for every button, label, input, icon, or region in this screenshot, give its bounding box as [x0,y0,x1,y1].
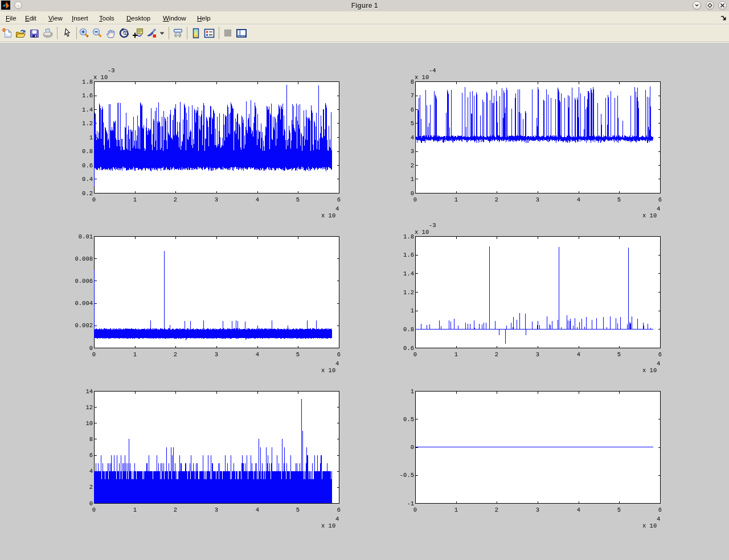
svg-text:1: 1 [411,307,414,314]
svg-text:1: 1 [133,507,137,513]
svg-text:3: 3 [215,507,218,513]
svg-text:5: 5 [296,507,300,513]
svg-text:0: 0 [411,444,414,451]
svg-text:4: 4 [411,134,414,141]
svg-text:0.01: 0.01 [79,233,93,240]
svg-text:8: 8 [411,79,414,85]
svg-text:2: 2 [411,162,414,169]
svg-text:6: 6 [658,351,662,358]
svg-text:4: 4 [256,196,259,203]
svg-text:3: 3 [215,351,218,358]
svg-text:1.6: 1.6 [82,92,93,99]
svg-text:0.4: 0.4 [82,176,93,183]
svg-text:4: 4 [335,360,339,367]
svg-text:6: 6 [658,196,662,203]
svg-text:2: 2 [495,507,498,513]
svg-text:2: 2 [174,196,177,203]
svg-text:0.8: 0.8 [403,326,414,333]
svg-text:1.4: 1.4 [403,270,414,277]
svg-text:6: 6 [658,507,662,513]
svg-text:4: 4 [335,516,339,522]
svg-text:14: 14 [85,388,93,395]
svg-text:0: 0 [89,500,93,507]
svg-text:x 10: x 10 [642,367,657,374]
svg-text:x 10: x 10 [642,522,657,529]
svg-text:0.8: 0.8 [82,148,93,155]
svg-text:6: 6 [337,507,341,513]
svg-text:x 10: x 10 [642,212,657,219]
svg-text:0: 0 [92,507,96,513]
svg-text:5: 5 [296,351,300,358]
svg-text:4: 4 [577,507,580,513]
svg-text:0: 0 [413,351,417,358]
svg-text:2: 2 [174,351,177,358]
svg-text:1.8: 1.8 [403,233,414,240]
svg-text:-3: -3 [429,222,436,229]
svg-text:0: 0 [89,345,93,352]
svg-text:3: 3 [536,507,539,513]
svg-text:1: 1 [133,196,137,203]
svg-text:4: 4 [335,205,339,212]
svg-text:4: 4 [657,516,660,522]
svg-text:2: 2 [495,351,498,358]
svg-text:-3: -3 [108,67,115,74]
svg-text:x 10: x 10 [321,367,335,374]
svg-text:0: 0 [92,351,96,358]
svg-text:-0.5: -0.5 [400,472,414,479]
svg-text:0: 0 [92,196,96,203]
svg-text:-4: -4 [429,67,436,74]
svg-text:0.004: 0.004 [75,300,93,307]
svg-text:3: 3 [411,148,414,155]
svg-text:-1: -1 [407,500,414,507]
svg-text:1: 1 [133,351,137,358]
svg-text:6: 6 [89,452,93,459]
svg-text:1: 1 [454,507,458,513]
svg-text:0.5: 0.5 [403,416,414,423]
svg-text:x 10: x 10 [321,212,335,219]
svg-text:1: 1 [454,196,458,203]
svg-text:1.2: 1.2 [403,289,414,296]
svg-text:1: 1 [89,134,93,141]
svg-text:6: 6 [337,196,341,203]
svg-text:4: 4 [657,360,660,367]
svg-text:1.8: 1.8 [82,79,93,85]
svg-text:4: 4 [256,507,259,513]
svg-text:5: 5 [411,120,414,127]
svg-text:x 10: x 10 [321,522,335,529]
svg-text:4: 4 [657,205,660,212]
svg-text:2: 2 [495,196,498,203]
svg-text:5: 5 [617,351,621,358]
svg-text:1.4: 1.4 [82,106,93,113]
svg-text:5: 5 [617,507,621,513]
svg-text:3: 3 [536,196,539,203]
svg-text:1: 1 [454,351,458,358]
svg-text:1: 1 [411,388,414,395]
svg-text:0.6: 0.6 [82,162,93,169]
svg-text:0.008: 0.008 [75,256,93,262]
svg-text:10: 10 [85,420,93,427]
svg-text:12: 12 [85,404,93,411]
svg-text:7: 7 [411,92,414,99]
svg-text:0.2: 0.2 [82,190,93,197]
svg-text:0: 0 [411,190,414,197]
svg-text:0: 0 [413,196,417,203]
svg-text:4: 4 [256,351,259,358]
svg-text:2: 2 [174,507,177,513]
svg-text:2: 2 [89,484,93,491]
svg-text:1: 1 [411,176,414,183]
svg-text:1.6: 1.6 [403,252,414,258]
svg-text:3: 3 [536,351,539,358]
svg-text:0.006: 0.006 [75,278,93,285]
svg-text:4: 4 [89,468,93,475]
svg-text:4: 4 [577,351,580,358]
svg-text:0.6: 0.6 [403,345,414,352]
svg-text:5: 5 [296,196,300,203]
svg-text:0.002: 0.002 [75,322,93,329]
svg-text:x 10: x 10 [415,74,429,81]
svg-text:5: 5 [617,196,621,203]
svg-text:6: 6 [337,351,341,358]
svg-text:1.2: 1.2 [82,120,93,127]
svg-text:3: 3 [215,196,218,203]
svg-text:6: 6 [411,106,414,113]
svg-text:8: 8 [89,436,93,443]
